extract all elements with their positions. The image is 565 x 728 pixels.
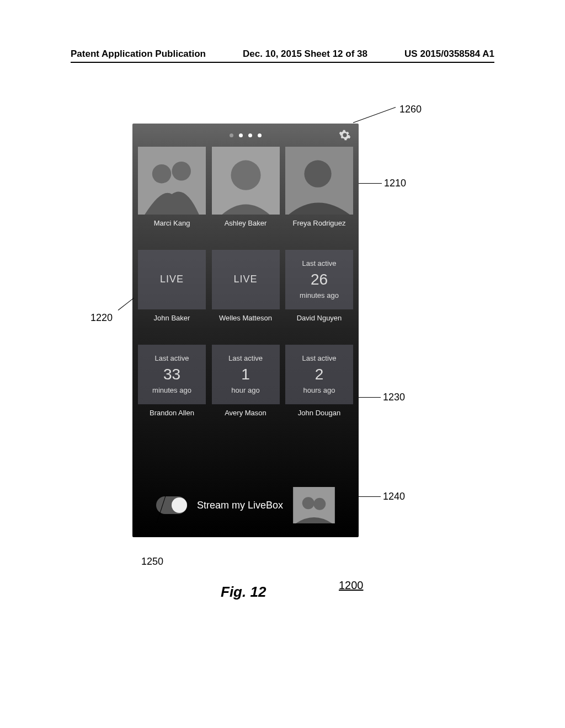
avatar — [212, 147, 280, 215]
status-bottom: hour ago — [231, 386, 259, 395]
status-value: 1 — [241, 363, 250, 385]
avatar — [285, 147, 353, 215]
contact-name: Welles Matteson — [212, 314, 280, 333]
figure-label: Fig. 12 — [221, 584, 266, 601]
svg-point-9 — [313, 498, 326, 510]
annotation-1260: 1260 — [399, 104, 422, 115]
leader-line — [118, 298, 134, 311]
page-indicator[interactable] — [230, 133, 262, 137]
svg-point-1 — [152, 164, 171, 183]
annotation-1230: 1230 — [383, 392, 405, 403]
self-preview[interactable] — [293, 487, 335, 523]
contact-name: John Baker — [138, 314, 206, 333]
contact-name: Avery Mason — [212, 409, 280, 427]
status-tile: Last active 33 minutes ago — [138, 345, 206, 404]
header-right: US 2015/0358584 A1 — [404, 49, 494, 60]
annotation-1220: 1220 — [90, 312, 113, 324]
annotation-1210: 1210 — [384, 178, 406, 189]
leader-line — [353, 107, 396, 123]
status-bottom: hours ago — [303, 386, 335, 395]
status-value: 33 — [163, 363, 180, 385]
status-tile: Last active 1 hour ago — [212, 345, 280, 404]
contact-tile[interactable]: Marci Kang — [138, 147, 206, 238]
leader-line — [359, 397, 381, 398]
status-bottom: minutes ago — [152, 386, 191, 395]
svg-point-6 — [304, 160, 331, 188]
status-top: Last active — [154, 354, 189, 363]
header-center: Dec. 10, 2015 Sheet 12 of 38 — [243, 49, 367, 60]
figure-refnum: 1200 — [339, 579, 364, 592]
contact-tile[interactable]: Ashley Baker — [212, 147, 280, 238]
status-tile: Last active 2 hours ago — [285, 345, 353, 404]
contact-tile[interactable]: Last active 26 minutes ago David Nguyen — [285, 250, 353, 333]
contact-tile[interactable]: Last active 33 minutes ago Brandon Allen — [138, 345, 206, 427]
stream-label: Stream my LiveBox — [197, 500, 283, 511]
contact-tile[interactable]: Last active 1 hour ago Avery Mason — [212, 345, 280, 427]
header-rule — [71, 62, 494, 63]
toggle-knob-icon — [172, 497, 187, 513]
contact-name: John Dougan — [285, 409, 353, 427]
page-header: Patent Application Publication Dec. 10, … — [0, 49, 565, 60]
contacts-grid: Marci Kang Ashley Baker Freya Rodriguez … — [132, 147, 359, 430]
svg-point-2 — [172, 162, 191, 180]
top-bar — [132, 124, 359, 147]
header-left: Patent Application Publication — [71, 49, 206, 60]
svg-point-8 — [302, 497, 315, 509]
contact-tile[interactable]: LIVE Welles Matteson — [212, 250, 280, 333]
avatar — [138, 147, 206, 215]
contact-name: Freya Rodriguez — [285, 219, 353, 238]
dot-icon — [258, 133, 262, 137]
annotation-1240: 1240 — [383, 491, 405, 502]
annotation-1250: 1250 — [141, 556, 163, 568]
live-label: LIVE — [233, 272, 257, 286]
contact-name: Marci Kang — [138, 219, 206, 238]
leader-line — [359, 183, 382, 184]
live-label: LIVE — [160, 272, 184, 286]
dot-icon — [248, 133, 252, 137]
status-bottom: minutes ago — [300, 291, 339, 301]
svg-point-4 — [231, 160, 260, 190]
contact-name: David Nguyen — [285, 314, 353, 333]
settings-button[interactable] — [339, 129, 351, 141]
contact-name: Brandon Allen — [138, 409, 206, 427]
contact-tile[interactable]: LIVE John Baker — [138, 250, 206, 333]
leader-line — [359, 496, 381, 497]
contact-tile[interactable]: Last active 2 hours ago John Dougan — [285, 345, 353, 427]
status-top: Last active — [228, 354, 263, 363]
phone-screen: Marci Kang Ashley Baker Freya Rodriguez … — [132, 124, 359, 537]
dot-icon — [239, 133, 243, 137]
status-tile: LIVE — [212, 250, 280, 309]
contact-name: Ashley Baker — [212, 219, 280, 238]
footer-bar: Stream my LiveBox — [132, 483, 359, 527]
gear-icon — [339, 129, 351, 141]
status-tile: Last active 26 minutes ago — [285, 250, 353, 309]
status-value: 2 — [315, 363, 324, 385]
status-top: Last active — [302, 259, 336, 269]
status-tile: LIVE — [138, 250, 206, 309]
status-value: 26 — [311, 269, 328, 290]
status-top: Last active — [302, 354, 336, 363]
contact-tile[interactable]: Freya Rodriguez — [285, 147, 353, 238]
dot-icon — [230, 133, 233, 137]
